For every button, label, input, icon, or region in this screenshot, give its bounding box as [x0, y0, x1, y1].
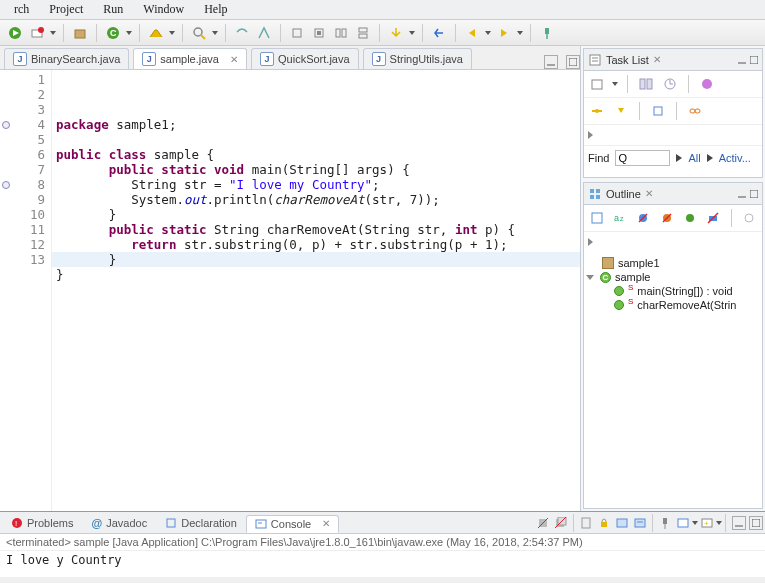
dropdown-icon[interactable]	[50, 31, 56, 35]
svg-rect-40	[596, 195, 600, 199]
dropdown-icon[interactable]	[612, 82, 618, 86]
all-link[interactable]: All	[688, 152, 700, 164]
hide-static-button[interactable]	[658, 209, 675, 227]
outline-panel: Outline ✕ az	[583, 182, 763, 509]
outline-package-row[interactable]: sample1	[586, 256, 760, 270]
code-area[interactable]: package sample1; public class sample { p…	[52, 70, 580, 511]
run-config-button[interactable]	[28, 24, 46, 42]
tab-declaration[interactable]: Declaration	[156, 514, 246, 532]
maximize-panel-icon[interactable]	[750, 54, 758, 66]
expand-icon[interactable]	[588, 131, 596, 139]
tab-stringutils[interactable]: JStringUtils.java	[363, 48, 472, 69]
chevron-down-icon[interactable]	[586, 275, 594, 280]
display-selected-button[interactable]	[674, 514, 692, 532]
separator	[639, 102, 640, 120]
fold-marker-icon[interactable]	[0, 117, 12, 132]
step4-button[interactable]	[354, 24, 372, 42]
outline-class-row[interactable]: C sample	[586, 270, 760, 284]
next-ann-button[interactable]	[387, 24, 405, 42]
play-icon[interactable]	[707, 154, 713, 162]
clear-console-button[interactable]	[577, 514, 595, 532]
toggle-mark-button[interactable]	[233, 24, 251, 42]
step2-button[interactable]	[310, 24, 328, 42]
filter-button[interactable]	[588, 102, 606, 120]
java-file-icon: J	[142, 52, 156, 66]
maximize-editor-icon[interactable]	[566, 55, 580, 69]
tab-problems[interactable]: !Problems	[2, 514, 82, 532]
open-type-button[interactable]	[147, 24, 165, 42]
annotation-button[interactable]	[255, 24, 273, 42]
outline-method-row[interactable]: S charRemoveAt(Strin	[586, 298, 760, 312]
find-input[interactable]	[615, 150, 670, 166]
hide-local-button[interactable]	[704, 209, 721, 227]
dropdown-icon[interactable]	[126, 31, 132, 35]
tab-console[interactable]: Console ✕	[246, 515, 339, 533]
word-wrap-button[interactable]	[613, 514, 631, 532]
forward-button[interactable]	[495, 24, 513, 42]
tab-quicksort[interactable]: JQuickSort.java	[251, 48, 359, 69]
dropdown-icon[interactable]	[212, 31, 218, 35]
separator	[280, 24, 281, 42]
method-icon	[614, 300, 624, 310]
focus-button[interactable]	[698, 75, 716, 93]
menu-search[interactable]: rch	[14, 2, 29, 17]
dropdown-icon[interactable]	[716, 521, 722, 525]
link-button[interactable]	[686, 102, 704, 120]
minimize-bottom-icon[interactable]	[732, 516, 746, 530]
maximize-bottom-icon[interactable]	[749, 516, 763, 530]
step3-button[interactable]	[332, 24, 350, 42]
new-task-button[interactable]	[588, 75, 606, 93]
minimize-panel-icon[interactable]	[738, 54, 746, 66]
task-toolbar-2	[584, 98, 762, 125]
hide-fields-button[interactable]	[635, 209, 652, 227]
pin-console-button[interactable]	[656, 514, 674, 532]
close-tab-icon[interactable]: ✕	[230, 54, 238, 65]
new-class-button[interactable]: C	[104, 24, 122, 42]
dropdown-icon[interactable]	[169, 31, 175, 35]
minimize-panel-icon[interactable]	[738, 188, 746, 200]
fold-marker-icon[interactable]	[0, 177, 12, 192]
dropdown-icon[interactable]	[485, 31, 491, 35]
hide-nonpublic-button[interactable]	[681, 209, 698, 227]
search-button[interactable]	[190, 24, 208, 42]
show-console-button[interactable]	[631, 514, 649, 532]
schedule-button[interactable]	[661, 75, 679, 93]
play-icon[interactable]	[676, 154, 682, 162]
expand-icon[interactable]	[588, 238, 596, 246]
run-button[interactable]	[6, 24, 24, 42]
pin-button[interactable]	[538, 24, 556, 42]
outline-method-row[interactable]: S main(String[]) : void	[586, 284, 760, 298]
dropdown-icon[interactable]	[517, 31, 523, 35]
maximize-panel-icon[interactable]	[750, 188, 758, 200]
open-console-button[interactable]: +	[698, 514, 716, 532]
code-editor[interactable]: 1 2 3 4 5 6 7 8 9 10 11 12 13 package sa…	[0, 70, 580, 511]
tab-binarysearch[interactable]: JBinarySearch.java	[4, 48, 129, 69]
back-button[interactable]	[463, 24, 481, 42]
minimize-editor-icon[interactable]	[544, 55, 558, 69]
step-button[interactable]	[288, 24, 306, 42]
remove-launch-button[interactable]	[552, 514, 570, 532]
outline-class-label: sample	[615, 271, 650, 283]
categorize-button[interactable]	[637, 75, 655, 93]
activate-link[interactable]: Activ...	[719, 152, 751, 164]
collapse-button[interactable]	[612, 102, 630, 120]
console-output[interactable]: I love y Country	[0, 551, 765, 577]
menu-project[interactable]: Project	[49, 2, 83, 17]
focus-outline-button[interactable]	[588, 209, 605, 227]
menu-help[interactable]: Help	[204, 2, 227, 17]
dropdown-icon[interactable]	[409, 31, 415, 35]
prev-edit-button[interactable]	[430, 24, 448, 42]
link-outline-button[interactable]	[741, 209, 758, 227]
sort-button[interactable]: az	[611, 209, 628, 227]
close-icon[interactable]: ✕	[645, 188, 653, 199]
tab-javadoc[interactable]: @Javadoc	[82, 514, 156, 532]
new-package-button[interactable]	[71, 24, 89, 42]
scroll-lock-button[interactable]	[595, 514, 613, 532]
close-tab-icon[interactable]: ✕	[322, 518, 330, 529]
tab-sample[interactable]: Jsample.java ✕	[133, 48, 247, 69]
menu-run[interactable]: Run	[103, 2, 123, 17]
terminate-button[interactable]	[534, 514, 552, 532]
menu-window[interactable]: Window	[143, 2, 184, 17]
sync-button[interactable]	[649, 102, 667, 120]
close-icon[interactable]: ✕	[653, 54, 661, 65]
